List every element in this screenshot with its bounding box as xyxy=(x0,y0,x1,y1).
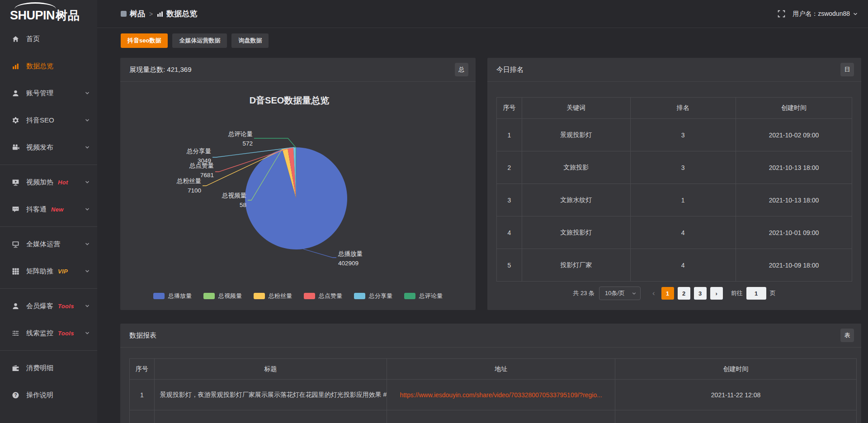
page-button-3[interactable]: 3 xyxy=(694,287,707,300)
table-row: 4文旅投影灯42021-10-01 09:00 xyxy=(497,216,852,249)
tab-douyin-seo-data[interactable]: 抖音seo数据 xyxy=(121,33,168,48)
home-icon xyxy=(12,35,20,43)
report-url-link[interactable]: https://www.iesdouyin.com/share/video/70… xyxy=(400,391,602,399)
sidebar-divider xyxy=(0,350,97,351)
table-row xyxy=(130,410,857,423)
sidebar-item-clue-monitor[interactable]: 线索监控Tools xyxy=(0,320,97,347)
breadcrumb: 树品 > 数据总览 xyxy=(121,9,197,19)
goto-page-input[interactable]: 1 xyxy=(746,287,766,300)
page-size-select[interactable]: 10条/页 xyxy=(599,287,641,300)
report-index-cell: 1 xyxy=(130,380,155,410)
legend-item-总评论量[interactable]: 总评论量 xyxy=(404,292,443,300)
sidebar-item-douketong[interactable]: 抖客通New xyxy=(0,196,97,223)
sidebar-item-home[interactable]: 首页 xyxy=(0,25,97,52)
sidebar-item-badge: New xyxy=(51,206,64,213)
chart-legend: 总播放量总视频量总粉丝量总点赞量总分享量总评论量 xyxy=(120,292,476,300)
tab-inquiry-data[interactable]: 询盘数据 xyxy=(231,33,269,48)
sidebar-item-data-overview[interactable]: 数据总览 xyxy=(0,52,97,80)
chevron-down-icon xyxy=(85,241,90,247)
prev-page-button[interactable]: ‹ xyxy=(648,289,660,298)
pie-label-line xyxy=(303,249,336,258)
chevron-down-icon xyxy=(85,118,90,123)
table-row: 1景观投影灯32021-10-02 09:00 xyxy=(497,119,852,151)
total-badge-button[interactable]: 总 xyxy=(455,63,468,76)
sidebar-item-douyin-seo[interactable]: 抖音SEO xyxy=(0,107,97,134)
sidebar-item-label: 数据总览 xyxy=(26,62,53,70)
legend-item-总分享量[interactable]: 总分享量 xyxy=(354,292,392,300)
table-cell: 4 xyxy=(630,249,736,282)
chart-label: 58 xyxy=(240,202,246,208)
sidebar-item-video-heating[interactable]: 视频加热Hot xyxy=(0,169,97,196)
table-cell: 3 xyxy=(630,119,736,151)
page-size-value: 10条/页 xyxy=(605,289,625,297)
next-page-button[interactable]: › xyxy=(710,287,723,300)
chevron-down-icon xyxy=(85,145,90,150)
chat-icon xyxy=(12,206,20,213)
sidebar-item-label: 账号管理 xyxy=(26,89,53,98)
sidebar-divider xyxy=(0,164,97,165)
legend-item-总播放量[interactable]: 总播放量 xyxy=(153,292,192,300)
user-menu[interactable]: 用户名：zswodun88 xyxy=(793,10,858,18)
sidebar-item-label: 矩阵助推 xyxy=(26,267,53,276)
table-cell: 投影灯厂家 xyxy=(522,249,630,282)
legend-item-总粉丝量[interactable]: 总粉丝量 xyxy=(254,292,292,300)
table-cell: 1 xyxy=(497,119,522,151)
tab-omnimedia-data[interactable]: 全媒体运营数据 xyxy=(172,33,227,48)
legend-swatch xyxy=(304,293,315,299)
chart-label: 总视频量 xyxy=(222,192,246,199)
legend-item-总视频量[interactable]: 总视频量 xyxy=(203,292,242,300)
panel-impressions-chart: 展现量总数: 421,369 总 D音SEO数据量总览总播放量402909总视频… xyxy=(120,58,476,310)
sliders-icon xyxy=(12,329,20,337)
panel-data-report: 数据报表 表 序号标题地址创建时间 1景观投影灯，夜游景观投影灯厂家展示展示落花… xyxy=(120,324,861,423)
legend-label: 总评论量 xyxy=(419,292,443,300)
table-cell: 1 xyxy=(630,184,736,216)
table-cell: 文旅水纹灯 xyxy=(522,184,630,216)
breadcrumb-root[interactable]: 树品 xyxy=(121,9,145,19)
breadcrumb-current[interactable]: 数据总览 xyxy=(157,9,197,19)
table-row: 1景观投影灯，夜游景观投影灯厂家展示展示落花灯在花园里的灯光投影应用效果 #ht… xyxy=(130,380,857,410)
gear-icon xyxy=(12,117,20,124)
sidebar-item-member-baoke[interactable]: 会员爆客Tools xyxy=(0,292,97,320)
chart-label: 7681 xyxy=(200,172,214,179)
sidebar-item-consumption-detail[interactable]: 消费明细 xyxy=(0,354,97,381)
chart-body: D音SEO数据量总览总播放量402909总视频量58总粉丝量7100总点赞量76… xyxy=(120,82,476,310)
page-button-2[interactable]: 2 xyxy=(678,287,690,300)
chevron-down-icon xyxy=(85,303,90,309)
pie-chart-svg: D音SEO数据量总览总播放量402909总视频量58总粉丝量7100总点赞量76… xyxy=(120,82,476,310)
sidebar-item-omni-media[interactable]: 全媒体运营 xyxy=(0,230,97,258)
sidebar-item-label: 线索监控 xyxy=(26,329,53,338)
ranking-title: 今日排名 xyxy=(496,66,524,74)
sidebar-item-video-publish[interactable]: 视频发布 xyxy=(0,134,97,161)
monitor-play-icon xyxy=(12,179,20,186)
fullscreen-icon[interactable] xyxy=(778,10,785,18)
legend-swatch xyxy=(153,293,165,299)
sidebar-menu: 首页数据总览账号管理抖音SEO视频发布视频加热Hot抖客通New全媒体运营矩阵助… xyxy=(0,25,97,409)
app-logo[interactable]: SHUPIN树品 xyxy=(0,0,97,28)
impressions-total-title: 展现量总数: 421,369 xyxy=(129,66,192,74)
breadcrumb-separator: > xyxy=(149,10,153,18)
sidebar-item-label: 抖客通 xyxy=(26,205,47,214)
legend-item-总点赞量[interactable]: 总点赞量 xyxy=(304,292,342,300)
user-label: 用户名：zswodun88 xyxy=(793,10,850,18)
legend-swatch xyxy=(404,293,415,299)
chevron-down-icon xyxy=(853,11,858,17)
day-badge-button[interactable]: 日 xyxy=(840,63,854,76)
wallet-icon xyxy=(12,364,20,372)
legend-swatch xyxy=(203,293,215,299)
page-button-1[interactable]: 1 xyxy=(661,287,674,300)
table-badge-button[interactable]: 表 xyxy=(840,329,854,342)
topbar: 树品 > 数据总览 用户名：zswodun88 xyxy=(97,0,868,28)
breadcrumb-root-label: 树品 xyxy=(130,9,145,19)
sidebar-item-label: 首页 xyxy=(26,35,40,43)
legend-swatch xyxy=(254,293,265,299)
ranking-column-header: 序号 xyxy=(497,98,522,119)
sidebar-item-account-management[interactable]: 账号管理 xyxy=(0,80,97,107)
ranking-column-header: 关键词 xyxy=(522,98,630,119)
sidebar-divider xyxy=(0,226,97,227)
sidebar-item-operation-guide[interactable]: ?操作说明 xyxy=(0,381,97,409)
data-tabs: 抖音seo数据全媒体运营数据询盘数据 xyxy=(121,33,269,48)
table-row: 5投影灯厂家42021-10-09 18:00 xyxy=(497,249,852,282)
table-cell: 4 xyxy=(630,216,736,249)
sidebar-item-matrix-boost[interactable]: 矩阵助推VIP xyxy=(0,258,97,285)
question-icon: ? xyxy=(12,391,20,399)
